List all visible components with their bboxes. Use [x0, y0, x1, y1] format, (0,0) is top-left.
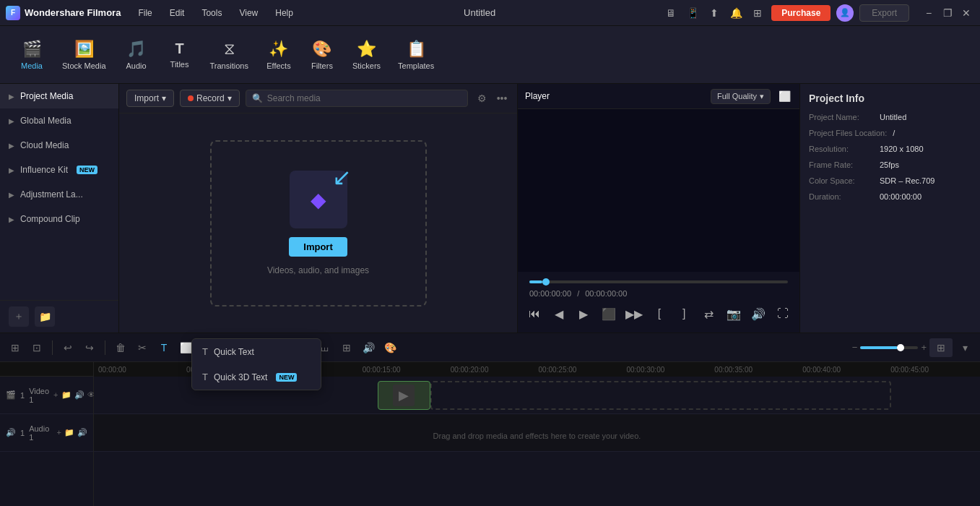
monitor-icon[interactable]: 🖥	[663, 5, 679, 21]
close-button[interactable]: ✕	[958, 5, 974, 21]
sidebar-item-adjustment-layer[interactable]: ▶ Adjustment La...	[0, 182, 118, 207]
devices-icon[interactable]: 📱	[685, 5, 701, 21]
tab-player[interactable]: Player	[525, 91, 550, 101]
zoom-slider[interactable]	[860, 346, 918, 349]
sidebar-item-cloud-media[interactable]: ▶ Cloud Media	[0, 133, 118, 158]
purchase-button[interactable]: Purchase	[771, 5, 831, 21]
avatar[interactable]: 👤	[836, 4, 854, 22]
arrow-icon: ▶	[9, 117, 14, 125]
ruler-mark: 00:00:20:00	[449, 366, 537, 374]
quick-text-item[interactable]: T Quick Text	[192, 339, 321, 364]
track-audio-icon[interactable]: 🔊	[74, 390, 84, 400]
toolbar-audio[interactable]: 🎵 Audio	[116, 35, 157, 74]
record-button[interactable]: Record ▾	[180, 90, 240, 107]
grid-icon[interactable]: ⊞	[750, 5, 766, 21]
menu-tools[interactable]: Tools	[199, 7, 225, 20]
cut-button[interactable]: ✂	[133, 338, 152, 357]
quick-text-label: Quick Text	[214, 347, 254, 357]
audio-folder-icon[interactable]: 📁	[64, 428, 74, 437]
audio-button[interactable]: 🔊	[750, 304, 766, 324]
toolbar-transitions[interactable]: ⧖ Transitions	[203, 35, 256, 74]
add-audio-icon[interactable]: +	[57, 428, 61, 437]
zoom-thumb	[897, 344, 904, 351]
search-box[interactable]: 🔍	[246, 90, 468, 107]
import-dropzone-desc: Videos, audio, and images	[267, 265, 369, 275]
titlebar-right: 🖥 📱 ⬆ 🔔 ⊞ Purchase 👤 Export − ❐ ✕	[663, 4, 974, 22]
media-icon: 🎬	[22, 40, 42, 59]
quick-text-icon: T	[202, 346, 208, 357]
timeline-settings-icon[interactable]: ▾	[955, 338, 974, 357]
import-dropzone-button[interactable]: Import	[289, 237, 347, 257]
ruler-mark: 00:00:25:00	[537, 366, 625, 374]
upload-icon[interactable]: ⬆	[706, 5, 722, 21]
maximize-button[interactable]: ❐	[940, 5, 955, 21]
add-clip-icon[interactable]: +	[53, 390, 58, 400]
play-button[interactable]: ▶	[576, 304, 591, 324]
loop-button[interactable]: ⇄	[701, 304, 716, 324]
frame-forward-button[interactable]: ▶▶	[625, 304, 643, 324]
redo-button[interactable]: ↪	[80, 338, 99, 357]
toolbar-stock-media[interactable]: 🖼️ Stock Media	[55, 35, 113, 74]
stop-button[interactable]: ⬛	[601, 304, 617, 324]
toolbar-effects[interactable]: ✨ Effects	[259, 35, 299, 74]
mark-in-button[interactable]: [	[651, 304, 667, 324]
audio-detach-button[interactable]: 🔊	[359, 338, 378, 357]
bell-icon[interactable]: 🔔	[728, 5, 744, 21]
minimize-button[interactable]: −	[921, 5, 937, 21]
menu-help[interactable]: Help	[272, 7, 296, 20]
sidebar-item-global-media[interactable]: ▶ Global Media	[0, 108, 118, 133]
track-folder-icon[interactable]: 📁	[61, 390, 71, 400]
search-input[interactable]	[267, 93, 461, 103]
quality-select[interactable]: Full Quality ▾	[711, 89, 771, 104]
toolbar-templates[interactable]: 📋 Templates	[391, 35, 441, 74]
sidebar-item-project-media[interactable]: ▶ Project Media	[0, 84, 118, 108]
ruler-mark: 00:00:30:00	[625, 366, 713, 374]
player-controls: 00:00:00:00 / 00:00:00:00 ⏮ ◀ ▶ ⬛ ▶▶ [ ]…	[518, 272, 799, 333]
audio-track-name: Audio 1	[29, 424, 52, 442]
audio-mute-icon[interactable]: 🔊	[77, 428, 87, 437]
quality-chevron-icon: ▾	[760, 92, 764, 101]
video-drop-zone[interactable]	[430, 381, 891, 410]
toolbar-stickers[interactable]: ⭐ Stickers	[345, 35, 388, 74]
menu-view[interactable]: View	[236, 7, 261, 20]
quick-3d-text-item[interactable]: T Quick 3D Text NEW	[192, 364, 321, 390]
more-options-icon[interactable]: •••	[494, 90, 510, 106]
text-tool-button[interactable]: T	[155, 338, 173, 357]
menu-edit[interactable]: Edit	[167, 7, 188, 20]
video-clip[interactable]: ▶	[378, 381, 431, 410]
window-controls: − ❐ ✕	[921, 5, 974, 21]
color-match-button[interactable]: 🎨	[381, 338, 399, 357]
project-files-row: Project Files Location: /	[809, 129, 971, 137]
import-button[interactable]: Import ▾	[126, 90, 174, 107]
grid-view-button[interactable]: ⊞	[929, 338, 953, 357]
toolbar-media[interactable]: 🎬 Media	[12, 35, 52, 74]
screenshot-button[interactable]: 📷	[725, 304, 741, 324]
sidebar-item-influence-kit[interactable]: ▶ Influence Kit NEW	[0, 158, 118, 182]
player-expand-icon[interactable]: ⬜	[776, 88, 792, 104]
mark-out-button[interactable]: ]	[676, 304, 692, 324]
undo-button[interactable]: ↩	[58, 338, 77, 357]
import-chevron-icon: ▾	[162, 93, 166, 103]
fullscreen-button[interactable]: ⛶	[775, 304, 791, 324]
import-dropzone[interactable]: ◆ ↙ Import Videos, audio, and images	[210, 140, 427, 306]
import-label: Import	[134, 93, 159, 103]
quality-label: Full Quality	[717, 92, 757, 100]
multi-cam-button[interactable]: ⊞	[337, 338, 356, 357]
time-current: 00:00:00:00	[529, 289, 571, 298]
add-track-button[interactable]: ⊞	[6, 338, 25, 357]
folder-button[interactable]: 📁	[35, 306, 55, 327]
delete-button[interactable]: 🗑	[111, 338, 130, 357]
scene-detect-button[interactable]: ⊡	[27, 338, 46, 357]
step-back-button[interactable]: ⏮	[526, 304, 542, 324]
frame-back-button[interactable]: ◀	[551, 304, 567, 324]
playback-slider[interactable]	[529, 280, 788, 283]
add-folder-button[interactable]: ＋	[9, 306, 29, 327]
toolbar-titles[interactable]: T Titles	[160, 36, 200, 73]
sidebar-item-compound-clip[interactable]: ▶ Compound Clip	[0, 207, 118, 231]
export-button[interactable]: Export	[859, 4, 909, 22]
menu-file[interactable]: File	[135, 7, 155, 20]
time-display-row: 00:00:00:00 / 00:00:00:00	[524, 286, 794, 301]
filter-icon[interactable]: ⚙	[474, 90, 490, 106]
toolbar-filters[interactable]: 🎨 Filters	[302, 35, 342, 74]
filmora-logo-icon: ◆	[311, 188, 326, 212]
